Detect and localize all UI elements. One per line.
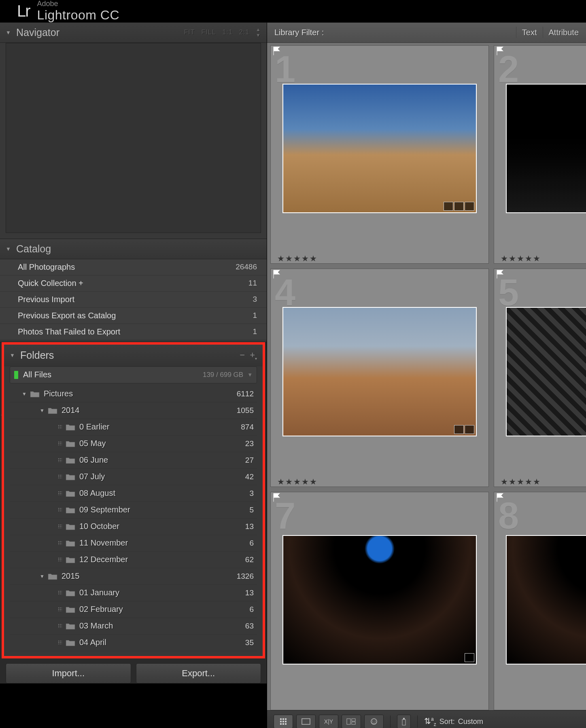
catalog-item[interactable]: Previous Import 3 xyxy=(0,292,267,308)
catalog-item[interactable]: Quick Collection + 11 xyxy=(0,275,267,292)
folder-count: 42 xyxy=(245,472,257,481)
navigator-header[interactable]: ▼ Navigator FIT FILL 1:1 2:1 ▲▼ xyxy=(0,23,267,43)
star-rating[interactable]: ★★★★★ xyxy=(494,251,586,263)
thumb-badge-icon xyxy=(444,202,453,211)
navigator-preview[interactable] xyxy=(6,43,261,233)
volume-row[interactable]: All Files 139 / 699 GB ▼ xyxy=(10,366,257,383)
folder-icon xyxy=(66,606,75,613)
nav-mode-stepper-icon[interactable]: ▲▼ xyxy=(256,27,261,38)
catalog-header[interactable]: ▼ Catalog xyxy=(0,239,267,259)
catalog-item[interactable]: Photos That Failed to Export 1 xyxy=(0,324,267,340)
catalog-item-label: All Photographs xyxy=(18,262,236,272)
folder-row[interactable]: 04 April 35 xyxy=(10,635,257,651)
star-rating[interactable]: ★★★★★ xyxy=(271,251,488,263)
navigator-title: Navigator xyxy=(16,27,184,38)
filter-label: Library Filter : xyxy=(274,28,510,37)
survey-view-button[interactable] xyxy=(342,715,361,728)
star-rating[interactable] xyxy=(271,707,488,710)
folder-row[interactable]: 11 November 6 xyxy=(10,535,257,552)
plus-icon[interactable]: +▾ xyxy=(250,350,257,361)
folder-row[interactable]: 0 Earlier 874 xyxy=(10,419,257,436)
folder-row[interactable]: 12 December 62 xyxy=(10,552,257,568)
catalog-item[interactable]: All Photographs 26486 xyxy=(0,259,267,275)
thumbnail[interactable] xyxy=(282,535,477,665)
sort-value[interactable]: Custom xyxy=(458,717,483,726)
thumb-badge-icon xyxy=(465,425,474,434)
nav-mode-1to1[interactable]: 1:1 xyxy=(223,29,233,36)
leaf-icon xyxy=(57,491,63,496)
disclosure-down-icon[interactable]: ▼ xyxy=(39,574,45,579)
minus-icon[interactable]: − xyxy=(240,350,245,361)
folder-icon xyxy=(66,506,75,514)
catalog-item-count: 26486 xyxy=(236,262,257,271)
grid-cell[interactable]: 8 xyxy=(494,492,586,710)
painter-button[interactable] xyxy=(397,715,411,728)
folder-icon xyxy=(48,407,57,414)
volume-size: 139 / 699 GB xyxy=(203,371,243,379)
folder-label: 01 January xyxy=(79,588,245,597)
folder-count: 5 xyxy=(249,506,257,514)
folders-header[interactable]: ▼ Folders − +▾ xyxy=(4,345,263,366)
thumbnail[interactable] xyxy=(506,307,586,436)
folder-row[interactable]: 05 May 23 xyxy=(10,436,257,452)
filter-text[interactable]: Text xyxy=(522,28,537,37)
grid-cell[interactable]: 1 ★★★★★ xyxy=(270,45,489,264)
folder-count: 35 xyxy=(245,638,257,647)
folder-count: 1055 xyxy=(237,406,257,415)
disclosure-down-icon[interactable]: ▼ xyxy=(6,30,12,36)
folder-icon xyxy=(66,622,75,630)
sort-direction-icon[interactable]: ⇅az xyxy=(424,716,436,727)
svg-rect-7 xyxy=(402,720,406,725)
chevron-down-icon[interactable]: ▼ xyxy=(247,372,253,378)
folder-row[interactable]: 10 October 13 xyxy=(10,518,257,535)
grid-cell[interactable]: 5 ★★★★★ xyxy=(494,269,586,487)
thumbnail[interactable] xyxy=(506,535,586,665)
grid-view-button[interactable] xyxy=(274,715,293,728)
star-rating[interactable] xyxy=(494,707,586,710)
folder-row[interactable]: ▼ 2015 1326 xyxy=(10,568,257,585)
catalog-item[interactable]: Previous Export as Catalog 1 xyxy=(0,308,267,324)
thumbnail[interactable] xyxy=(282,307,477,436)
volume-status-icon xyxy=(14,371,18,379)
nav-mode-fill[interactable]: FILL xyxy=(202,29,216,36)
svg-rect-8 xyxy=(403,718,405,720)
grid-cell[interactable]: 2 ★★★★★ xyxy=(494,45,586,264)
grid-cell[interactable]: 7 xyxy=(270,492,489,710)
compare-view-button[interactable]: X|Y xyxy=(319,715,338,728)
grid-cell[interactable]: 4 ★★★★★ xyxy=(270,269,489,487)
export-button[interactable]: Export... xyxy=(136,663,261,684)
star-rating[interactable]: ★★★★★ xyxy=(271,474,488,487)
thumbnail[interactable] xyxy=(282,84,477,213)
folder-row[interactable]: 03 March 63 xyxy=(10,618,257,635)
disclosure-down-icon[interactable]: ▼ xyxy=(21,391,28,397)
folder-row[interactable]: ▼ Pictures 6112 xyxy=(10,386,257,402)
nav-mode-fit[interactable]: FIT xyxy=(184,29,195,36)
nav-mode-2to1[interactable]: 2:1 xyxy=(239,29,249,36)
folder-label: 07 July xyxy=(79,472,245,481)
disclosure-down-icon[interactable]: ▼ xyxy=(10,352,16,358)
loupe-view-button[interactable] xyxy=(296,715,316,728)
disclosure-down-icon[interactable]: ▼ xyxy=(6,246,12,252)
import-button[interactable]: Import... xyxy=(6,663,131,684)
thumbnail[interactable] xyxy=(506,84,586,213)
folder-row[interactable]: ▼ 2014 1055 xyxy=(10,402,257,419)
left-panel: ▼ Navigator FIT FILL 1:1 2:1 ▲▼ ▼ Catal xyxy=(0,23,267,684)
cell-index: 7 xyxy=(275,495,295,537)
folder-row[interactable]: 09 September 5 xyxy=(10,502,257,518)
folder-row[interactable]: 07 July 42 xyxy=(10,469,257,485)
folder-label: 06 June xyxy=(79,455,245,465)
disclosure-down-icon[interactable]: ▼ xyxy=(39,408,45,413)
leaf-icon xyxy=(57,441,63,447)
folder-row[interactable]: 01 January 13 xyxy=(10,585,257,601)
folder-row[interactable]: 08 August 3 xyxy=(10,485,257,502)
star-rating[interactable]: ★★★★★ xyxy=(494,474,586,487)
filter-attribute[interactable]: Attribute xyxy=(549,28,579,37)
people-view-button[interactable] xyxy=(364,715,384,728)
grid-icon xyxy=(280,718,287,725)
folder-icon xyxy=(66,523,75,530)
thumb-badge-icon xyxy=(454,202,464,211)
folder-row[interactable]: 06 June 27 xyxy=(10,452,257,469)
folder-row[interactable]: 02 February 6 xyxy=(10,601,257,618)
lightroom-logo-icon: Lr xyxy=(17,2,30,20)
cell-index: 8 xyxy=(498,495,519,537)
